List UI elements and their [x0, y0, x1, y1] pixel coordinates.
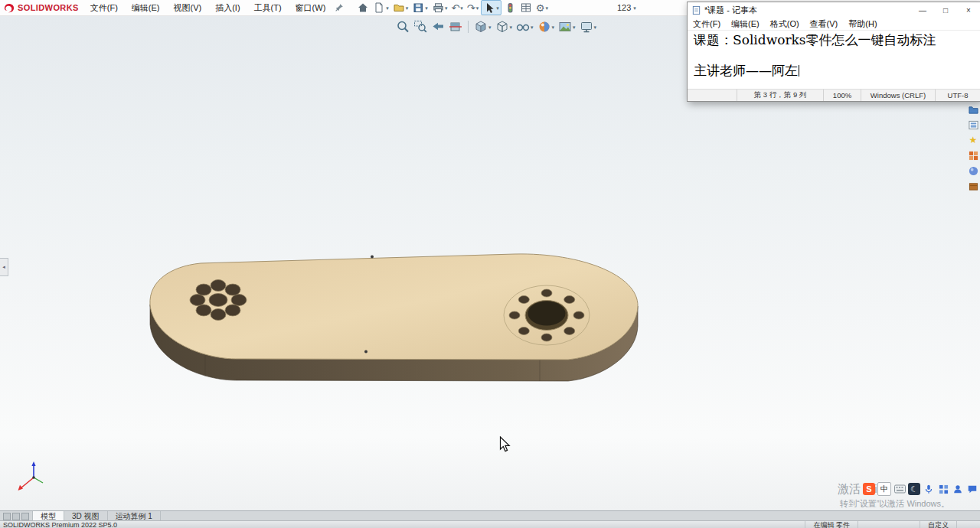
dropdown-caret[interactable]: ▾: [406, 5, 409, 11]
toolbar-separator: [468, 21, 469, 33]
notepad-menu-view[interactable]: 查看(V): [805, 18, 844, 30]
scene-icon: [558, 20, 572, 34]
notepad-app-icon: [691, 5, 701, 15]
notepad-line-3-text: 主讲老师——阿左: [694, 63, 798, 78]
monitor-icon: [580, 20, 593, 34]
home-button[interactable]: [355, 1, 371, 15]
dropdown-caret[interactable]: ▾: [552, 24, 555, 30]
taskpane-resources-button[interactable]: [968, 104, 978, 115]
dropdown-caret[interactable]: ▾: [545, 5, 548, 11]
part-3d-model[interactable]: [138, 245, 643, 398]
open-button[interactable]: ▾: [391, 1, 410, 15]
taskpane-appearances-button[interactable]: [968, 150, 978, 161]
notepad-close-button[interactable]: ×: [957, 2, 980, 18]
menu-tools[interactable]: 工具(T): [247, 0, 289, 15]
gear-icon: ⚙: [536, 3, 545, 13]
main-menu: 文件(F) 编辑(E) 视图(V) 插入(I) 工具(T) 窗口(W): [83, 0, 333, 15]
dropdown-caret[interactable]: ▾: [488, 24, 492, 30]
product-version-text: SOLIDWORKS Premium 2022 SP5.0: [0, 521, 117, 528]
pin-menu-button[interactable]: [334, 2, 345, 13]
notepad-minimize-button[interactable]: —: [911, 2, 934, 18]
chat-tray-icon[interactable]: [966, 483, 978, 495]
view-settings-button[interactable]: ▾: [579, 19, 598, 34]
taskpane-sphere-icon: [969, 166, 978, 176]
edit-appearance-button[interactable]: ▾: [537, 19, 556, 34]
left-hole-pattern[interactable]: [190, 280, 247, 321]
dropdown-caret: ▾: [633, 5, 636, 11]
print-button[interactable]: ▾: [430, 1, 449, 15]
zoom-fit-button[interactable]: [395, 19, 410, 34]
customize-menu-button[interactable]: 自定义: [920, 521, 956, 528]
menu-file[interactable]: 文件(F): [83, 0, 125, 15]
previous-view-button[interactable]: [430, 19, 446, 34]
taskpane-forum-button[interactable]: [968, 181, 978, 191]
keyboard-icon[interactable]: [893, 483, 906, 495]
new-document-button[interactable]: ▾: [371, 1, 390, 15]
sogou-input-icon[interactable]: S: [863, 483, 875, 495]
right-hole-pattern[interactable]: [504, 285, 590, 345]
3ds-logo-icon: [3, 2, 15, 14]
apply-scene-button[interactable]: ▾: [557, 19, 577, 34]
dropdown-caret[interactable]: ▾: [594, 24, 597, 30]
dimension-favorite-dropdown[interactable]: 123 ▾: [617, 0, 636, 15]
notepad-menu-format[interactable]: 格式(O): [765, 18, 805, 30]
mic-glyph-icon: [923, 484, 934, 494]
dropdown-caret[interactable]: ▾: [386, 5, 389, 11]
taskpane-box-icon: [969, 181, 978, 191]
save-button[interactable]: ▾: [410, 1, 430, 15]
notepad-text-area[interactable]: 课题：Solidworks零件怎么一键自动标注 主讲老师——阿左: [688, 31, 980, 89]
dropdown-caret[interactable]: ▾: [531, 24, 534, 30]
dropdown-caret[interactable]: ▾: [496, 5, 499, 11]
tab-scroll-icon: [3, 513, 11, 520]
notepad-menubar: 文件(F) 编辑(E) 格式(O) 查看(V) 帮助(H): [688, 18, 980, 31]
task-pane-strip: ★: [968, 104, 978, 191]
notepad-zoom: 100%: [823, 90, 861, 101]
section-view-button[interactable]: [448, 19, 463, 34]
user-tray-icon[interactable]: [952, 483, 964, 495]
taskpane-scenes-button[interactable]: [968, 165, 978, 176]
undo-button[interactable]: ↶ ▾: [449, 1, 464, 15]
menu-edit[interactable]: 编辑(E): [125, 0, 167, 15]
sketch-point[interactable]: [364, 350, 368, 354]
notepad-menu-help[interactable]: 帮助(H): [843, 18, 882, 30]
dropdown-caret[interactable]: ▾: [510, 24, 513, 30]
notepad-line-1[interactable]: 课题：Solidworks零件怎么一键自动标注: [694, 32, 974, 47]
display-style-button[interactable]: ▾: [495, 19, 514, 34]
notepad-line-3[interactable]: 主讲老师——阿左: [694, 63, 974, 78]
taskpane-view-palette-button[interactable]: ★: [968, 135, 978, 145]
notepad-line-2[interactable]: [694, 47, 974, 63]
menu-view[interactable]: 视图(V): [167, 0, 209, 15]
text-caret: [799, 65, 799, 77]
dropdown-caret[interactable]: ▾: [445, 5, 448, 11]
notepad-maximize-button[interactable]: □: [934, 2, 957, 18]
heads-up-view-toolbar: ▾ ▾ ▾: [395, 19, 597, 34]
menu-insert[interactable]: 插入(I): [208, 0, 247, 15]
notepad-menu-edit[interactable]: 编辑(E): [726, 18, 765, 30]
mic-tray-icon[interactable]: [923, 483, 935, 495]
zoom-area-button[interactable]: [413, 19, 428, 34]
options-button[interactable]: ⚙ ▾: [534, 1, 550, 15]
dropdown-caret[interactable]: ▾: [425, 5, 428, 11]
menu-window[interactable]: 窗口(W): [289, 0, 333, 15]
brand-text: SOLIDWORKS: [18, 3, 79, 12]
hide-show-items-button[interactable]: ▾: [515, 19, 534, 34]
chinese-input-mode-icon[interactable]: 中: [877, 482, 891, 496]
view-orientation-button[interactable]: ▾: [473, 19, 492, 34]
notepad-menu-file[interactable]: 文件(F): [688, 18, 726, 30]
dropdown-caret[interactable]: ▾: [573, 24, 576, 30]
feature-tree-collapse-tab[interactable]: ◂: [0, 258, 8, 276]
redo-button[interactable]: ↷ ▾: [466, 1, 480, 15]
dropdown-caret[interactable]: ▾: [476, 5, 479, 11]
previous-view-arrow-icon: [431, 20, 445, 34]
select-tool-button[interactable]: ▾: [481, 0, 501, 15]
file-properties-button[interactable]: [518, 1, 534, 15]
home-icon: [357, 2, 369, 14]
rebuild-button[interactable]: [502, 1, 518, 15]
taskpane-design-library-button[interactable]: [968, 119, 978, 130]
notepad-titlebar[interactable]: *课题 - 记事本 — □ ×: [688, 2, 980, 18]
notepad-window[interactable]: *课题 - 记事本 — □ × 文件(F) 编辑(E) 格式(O) 查看(V) …: [687, 2, 980, 102]
dropdown-caret[interactable]: ▾: [460, 5, 463, 11]
moon-mode-icon[interactable]: ☾: [908, 483, 920, 495]
sketch-point[interactable]: [371, 256, 374, 259]
grid-tray-icon[interactable]: [937, 483, 949, 495]
